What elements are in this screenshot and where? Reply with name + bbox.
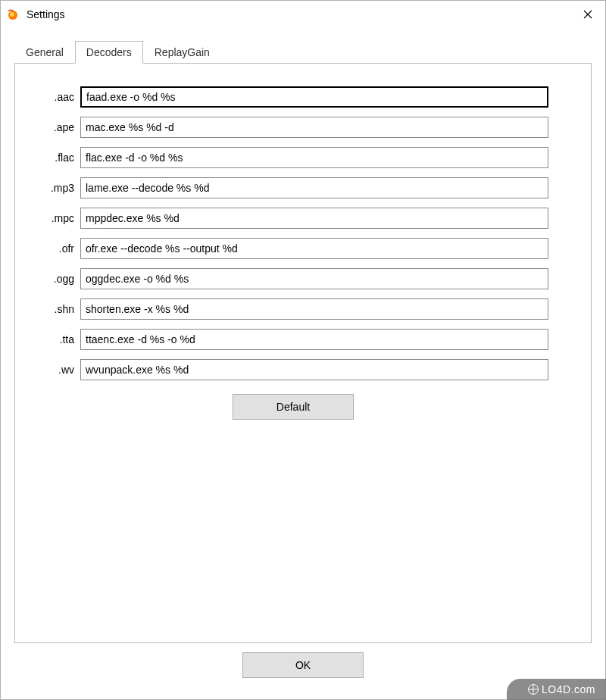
decoder-input-aac[interactable]: [80, 86, 548, 108]
decoder-row-wv: .wv: [38, 359, 548, 380]
decoder-input-shn[interactable]: [80, 298, 548, 320]
ok-button[interactable]: OK: [242, 652, 364, 678]
decoder-label: .wv: [38, 364, 80, 376]
decoder-row-shn: .shn: [38, 298, 548, 320]
default-button[interactable]: Default: [233, 394, 354, 420]
default-button-row: Default: [38, 394, 548, 420]
window-title: Settings: [27, 8, 570, 20]
decoder-label: .shn: [38, 303, 80, 315]
decoder-label: .mp3: [38, 182, 80, 194]
decoder-label: .ogg: [38, 273, 80, 285]
settings-window: Settings General Decoders ReplayGain .aa…: [0, 0, 606, 700]
decoder-input-flac[interactable]: [80, 147, 548, 168]
client-area: General Decoders ReplayGain .aac .ape .f…: [1, 28, 605, 699]
decoder-row-ape: .ape: [38, 117, 548, 138]
decoder-label: .ofr: [38, 242, 80, 255]
watermark-text: LO4D.com: [542, 683, 595, 695]
svg-point-1: [10, 12, 14, 17]
decoder-input-wv[interactable]: [80, 359, 548, 380]
app-icon: [7, 8, 20, 21]
decoder-row-tta: .tta: [38, 329, 548, 350]
decoder-row-ofr: .ofr: [38, 238, 548, 259]
globe-icon: [528, 684, 539, 695]
decoder-label: .aac: [38, 91, 80, 103]
decoder-row-mp3: .mp3: [38, 177, 548, 198]
decoder-input-ofr[interactable]: [80, 238, 548, 259]
tab-strip: General Decoders ReplayGain: [14, 40, 592, 63]
decoder-input-tta[interactable]: [80, 329, 548, 350]
decoder-row-aac: .aac: [38, 86, 548, 108]
decoder-input-mp3[interactable]: [80, 177, 548, 198]
tab-replaygain[interactable]: ReplayGain: [143, 41, 221, 63]
decoder-row-ogg: .ogg: [38, 268, 548, 289]
titlebar: Settings: [1, 1, 605, 28]
decoder-input-ape[interactable]: [80, 117, 548, 138]
tab-panel-decoders: .aac .ape .flac .mp3 .mpc: [14, 63, 592, 643]
decoder-label: .mpc: [38, 212, 80, 224]
decoder-row-mpc: .mpc: [38, 208, 548, 229]
decoder-label: .ape: [38, 121, 80, 133]
tab-decoders[interactable]: Decoders: [75, 41, 143, 64]
close-button[interactable]: [570, 1, 605, 28]
dialog-footer: OK: [14, 643, 592, 692]
watermark: LO4D.com: [507, 679, 606, 700]
decoder-row-flac: .flac: [38, 147, 548, 168]
decoder-label: .flac: [38, 152, 80, 164]
decoder-rows: .aac .ape .flac .mp3 .mpc: [38, 86, 548, 380]
decoder-label: .tta: [38, 333, 80, 345]
decoder-input-mpc[interactable]: [80, 208, 548, 229]
decoder-input-ogg[interactable]: [80, 268, 548, 289]
tab-general[interactable]: General: [14, 41, 75, 63]
